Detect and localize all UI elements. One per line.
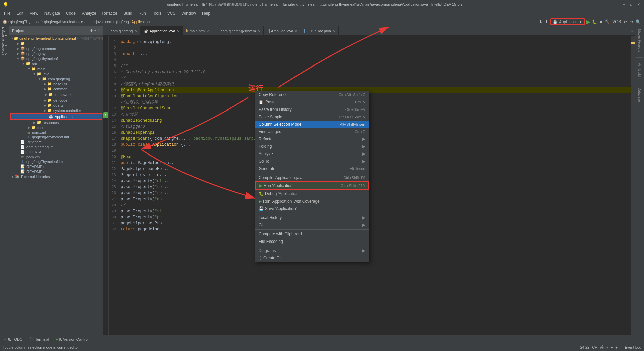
forward-button[interactable]: ↪ bbox=[629, 19, 634, 25]
menu-code[interactable]: Code bbox=[63, 10, 78, 16]
ctx-goto[interactable]: Go To ▶ bbox=[255, 158, 369, 165]
database-tab[interactable]: Database bbox=[637, 86, 642, 103]
maven-projects-tab[interactable]: Maven Projects bbox=[637, 28, 642, 53]
sidebar-favorites-tab[interactable]: 3: Favorites bbox=[1, 45, 9, 53]
run-gutter-icon[interactable]: ▶ bbox=[103, 112, 108, 118]
maximize-button[interactable]: □ bbox=[629, 2, 634, 7]
tree-item-resources[interactable]: ▶ 📁 resources bbox=[9, 120, 103, 125]
ctx-diagrams[interactable]: Diagrams ▶ bbox=[255, 247, 369, 254]
scrollbar-right[interactable] bbox=[631, 36, 635, 335]
bc-src[interactable]: src bbox=[78, 20, 83, 24]
bc-com[interactable]: com bbox=[105, 20, 112, 24]
tree-item-pom2[interactable]: m pom.xml bbox=[9, 155, 103, 159]
ctx-generate[interactable]: Generate... Alt+Insert bbox=[255, 165, 369, 172]
menu-vcs[interactable]: VCS bbox=[165, 10, 178, 16]
back-button[interactable]: ↩ bbox=[623, 19, 628, 25]
tab-area-dao[interactable]: i AreaDao.java ✕ bbox=[264, 26, 301, 35]
menu-refactor[interactable]: Refactor bbox=[100, 10, 120, 16]
menu-edit[interactable]: Edit bbox=[14, 10, 26, 16]
encoding-indicator[interactable]: CH bbox=[592, 345, 597, 349]
ctx-column-selection[interactable]: Column Selection Mode Alt+Shift+Insert bbox=[255, 121, 369, 128]
tree-item-src[interactable]: ▼ 📁 src bbox=[9, 61, 103, 66]
menu-tools[interactable]: Tools bbox=[149, 10, 164, 16]
tree-item-quartz[interactable]: ▶ 📁 quartz bbox=[9, 103, 103, 108]
project-panel-icon-1[interactable]: ⚙ bbox=[90, 29, 93, 32]
menu-navigate[interactable]: Navigate bbox=[42, 10, 63, 16]
tree-item-idea[interactable]: ▶ 📁 .idea bbox=[9, 41, 103, 46]
tree-item-system-controller[interactable]: ▶ 📁 system.controller bbox=[9, 108, 103, 113]
tab-version-control[interactable]: ● 9: Version Control bbox=[53, 337, 91, 342]
tree-item-gitignore[interactable]: 📄 .gitignore bbox=[9, 139, 103, 144]
bc-module[interactable]: qingfeng-thymeleaf bbox=[44, 20, 75, 24]
tree-item-license[interactable]: 📄 LICENSE bbox=[9, 149, 103, 155]
ctx-find-usages[interactable]: Find Usages Ctrl+G bbox=[255, 128, 369, 135]
tree-item-system[interactable]: ▶ 📦 qingfeng-system bbox=[9, 51, 103, 56]
tree-item-framework[interactable]: ▶ 📁 framework bbox=[10, 92, 102, 97]
menu-build[interactable]: Build bbox=[121, 10, 135, 16]
ctx-paste-history[interactable]: Paste from History... Ctrl+Shift+V bbox=[255, 106, 369, 113]
ctx-debug-application[interactable]: 🐛 Debug 'Application' bbox=[255, 190, 369, 198]
tree-item-com-iml[interactable]: 📄 com.qingfeng.iml bbox=[9, 144, 103, 149]
ctx-file-encoding[interactable]: File Encoding bbox=[255, 238, 369, 245]
search-button[interactable]: 🔍 bbox=[635, 19, 641, 25]
minimize-button[interactable]: ─ bbox=[621, 2, 627, 7]
ctx-compare-clipboard[interactable]: Compare with Clipboard bbox=[255, 230, 369, 238]
ctx-folding[interactable]: Folding ▶ bbox=[255, 143, 369, 150]
menu-window[interactable]: Window bbox=[179, 10, 199, 16]
tree-item-com-qingfeng[interactable]: ▼ 📁 com.qingfeng bbox=[9, 76, 103, 81]
tree-item-root[interactable]: ▼ 📁 qingfengThymeleaf [com.qingfeng] (E:… bbox=[9, 36, 103, 41]
code-editor[interactable]: ▶ 12345 678910 1112131415 1617181920 212… bbox=[103, 36, 635, 335]
menu-run[interactable]: Run bbox=[136, 10, 149, 16]
toolbar-icon-2[interactable]: ⬆ bbox=[544, 19, 549, 25]
language-indicator[interactable]: 英 bbox=[600, 345, 604, 350]
ctx-save-application[interactable]: 💾 Save 'Application' bbox=[255, 205, 369, 212]
debug-button[interactable]: 🐛 bbox=[591, 19, 598, 25]
menu-help[interactable]: Help bbox=[199, 10, 213, 16]
menu-file[interactable]: File bbox=[1, 10, 13, 16]
ctx-run-coverage[interactable]: ▶ Run 'Application' with Coverage bbox=[255, 198, 369, 205]
tree-item-thymeleaf[interactable]: ▼ 📦 qingfeng-thymeleaf bbox=[9, 56, 103, 61]
bc-qingfeng[interactable]: qingfeng bbox=[115, 20, 129, 24]
tree-item-application[interactable]: ☕ Application bbox=[10, 113, 102, 120]
stop-button[interactable]: ■ bbox=[599, 19, 603, 25]
tree-item-pom[interactable]: m pom.xml bbox=[9, 130, 103, 135]
tree-item-test[interactable]: ▶ 📁 test bbox=[9, 125, 103, 130]
tree-item-java[interactable]: ▼ 📁 java bbox=[9, 71, 103, 76]
tree-item-readme-en[interactable]: 📝 README.en.md bbox=[9, 164, 103, 169]
tree-item-main[interactable]: ▼ 📁 main bbox=[9, 66, 103, 71]
ctx-copy-reference[interactable]: Copy Reference Ctrl+Alt+Shift+C bbox=[255, 91, 369, 98]
run-config-label[interactable]: Application bbox=[559, 20, 577, 24]
vcs-update[interactable]: VCS bbox=[612, 19, 622, 25]
tree-item-ext-libs[interactable]: ▶ 📚 External Libraries bbox=[9, 174, 103, 179]
tree-item-readme[interactable]: 📝 README.md bbox=[9, 169, 103, 174]
ctx-analyze[interactable]: Analyze ▶ bbox=[255, 150, 369, 158]
tab-crud-dao[interactable]: i CrudDao.java ✕ bbox=[301, 26, 339, 35]
bc-project[interactable]: qingfengThymeleaf bbox=[10, 20, 42, 24]
ctx-local-history[interactable]: Local History ▶ bbox=[255, 214, 369, 221]
tree-item-common[interactable]: ▶ 📦 qingfeng-common bbox=[9, 46, 103, 51]
editor-tabs-menu[interactable]: ≡ bbox=[631, 29, 633, 33]
notification-icon[interactable]: ♦ bbox=[611, 345, 613, 349]
project-panel-icon-2[interactable]: ≡ bbox=[94, 29, 96, 32]
toolbar-icon-1[interactable]: ⬇ bbox=[538, 19, 543, 25]
ctx-git[interactable]: Git ▶ bbox=[255, 221, 369, 229]
close-button[interactable]: ✕ bbox=[636, 2, 641, 7]
run-button[interactable]: ▶ bbox=[586, 19, 590, 25]
tab-terminal[interactable]: ⬛ Terminal bbox=[27, 336, 52, 342]
tree-item-base-util[interactable]: ▶ 📁 base.util bbox=[9, 81, 103, 86]
tab-todo[interactable]: ✓ 6: TODO bbox=[1, 336, 25, 342]
ctx-create-gist[interactable]: ⬡ Create Gist... bbox=[255, 254, 369, 262]
bc-root[interactable]: 🏠 bbox=[3, 19, 7, 24]
event-log-icon[interactable]: ♦ bbox=[615, 345, 618, 349]
tree-item-common2[interactable]: ▶ 📁 common bbox=[9, 86, 103, 91]
update-icon[interactable]: ↑ bbox=[620, 345, 622, 349]
tab-application-java[interactable]: ☕ Application.java ✕ bbox=[141, 26, 183, 35]
bc-application[interactable]: Application bbox=[131, 20, 150, 24]
tab-main-html[interactable]: h main.html ✕ bbox=[183, 26, 213, 35]
tab-com-qingfeng[interactable]: m com.qingfeng ✕ bbox=[103, 26, 141, 35]
build-button[interactable]: 🔨 bbox=[604, 19, 610, 25]
ctx-paste[interactable]: 📋 Paste Ctrl+V bbox=[255, 98, 369, 106]
ctx-paste-simple[interactable]: Paste Simple Ctrl+Alt+Shift+V bbox=[255, 113, 369, 121]
bc-main[interactable]: main bbox=[85, 20, 93, 24]
tree-item-iml[interactable]: i qingfeng-thymeleaf.iml bbox=[9, 135, 103, 139]
